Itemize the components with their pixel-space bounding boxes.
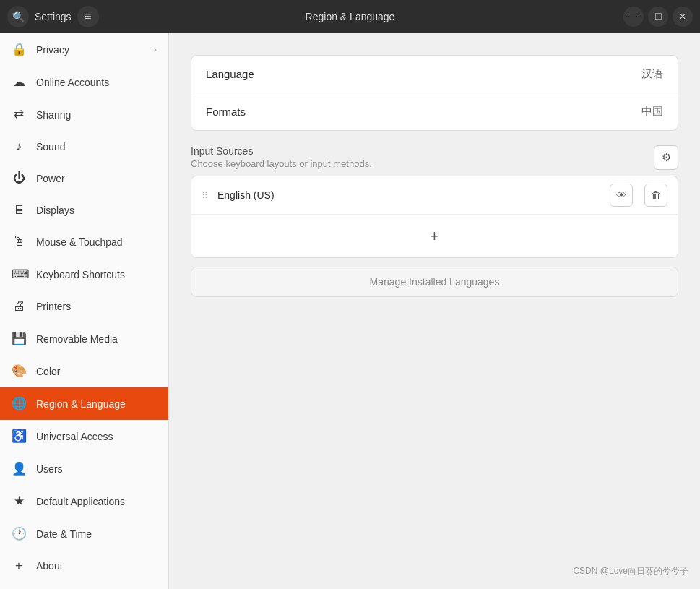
input-sources-title: Input Sources <box>191 145 372 157</box>
sidebar-item-removable-media[interactable]: 💾Removable Media <box>0 322 168 355</box>
formats-row[interactable]: Formats 中国 <box>191 93 678 130</box>
sidebar-item-users[interactable]: 👤Users <box>0 452 168 485</box>
add-input-source-row: + <box>191 215 678 257</box>
minimize-button[interactable]: — <box>623 7 644 27</box>
removable-media-icon: 💾 <box>12 331 26 346</box>
sidebar-label-printers: Printers <box>36 301 71 312</box>
sidebar-label-date-time: Date & Time <box>36 528 92 540</box>
drag-handle-icon[interactable]: ⠿ <box>202 190 209 201</box>
sidebar-label-mouse-touchpad: Mouse & Touchpad <box>36 236 123 248</box>
sidebar-item-date-time[interactable]: 🕐Date & Time <box>0 517 168 550</box>
keyboard-shortcuts-icon: ⌨ <box>12 267 26 282</box>
sidebar-item-sharing[interactable]: ⇄Sharing <box>0 98 168 131</box>
menu-icon: ≡ <box>85 10 91 23</box>
search-icon: 🔍 <box>12 11 25 22</box>
add-input-source-button[interactable]: + <box>424 225 446 247</box>
watermark: CSDN @Love向日葵的兮兮子 <box>573 565 688 577</box>
gear-icon: ⚙ <box>662 151 671 164</box>
sidebar-label-removable-media: Removable Media <box>36 333 118 345</box>
sidebar-label-sharing: Sharing <box>36 109 71 121</box>
input-sources-list: ⠿ English (US) 👁 🗑 + <box>191 176 678 258</box>
sidebar-label-online-accounts: Online Accounts <box>36 77 109 88</box>
sidebar-label-users: Users <box>36 463 63 475</box>
input-sources-header: Input Sources Choose keyboard layouts or… <box>191 145 678 170</box>
sidebar-item-privacy[interactable]: 🔒Privacy› <box>0 33 168 66</box>
region-language-icon: 🌐 <box>12 396 26 411</box>
sound-icon: ♪ <box>12 139 26 154</box>
sidebar-item-displays[interactable]: 🖥Displays <box>0 194 168 226</box>
input-source-label: English (US) <box>217 189 598 201</box>
main-layout: 🔒Privacy›☁Online Accounts⇄Sharing♪Sound⏻… <box>0 33 700 589</box>
titlebar-left: 🔍 Settings ≡ <box>7 6 99 27</box>
input-sources-settings-button[interactable]: ⚙ <box>654 145 678 170</box>
power-icon: ⏻ <box>12 171 26 186</box>
sidebar-item-printers[interactable]: 🖨Printers <box>0 291 168 322</box>
delete-input-button[interactable]: 🗑 <box>644 184 667 207</box>
sidebar-label-about: About <box>36 560 63 572</box>
privacy-icon: 🔒 <box>12 42 26 57</box>
chevron-right-icon: › <box>154 45 157 55</box>
sidebar-label-privacy: Privacy <box>36 44 69 56</box>
eye-icon: 👁 <box>616 189 626 201</box>
sidebar-label-displays: Displays <box>36 205 74 216</box>
input-sources-info: Input Sources Choose keyboard layouts or… <box>191 145 372 169</box>
trash-icon: 🗑 <box>651 189 661 201</box>
sidebar-item-about[interactable]: +About <box>0 550 168 582</box>
titlebar: 🔍 Settings ≡ Region & Language — ☐ ✕ <box>0 0 700 33</box>
sidebar-item-default-applications[interactable]: ★Default Applications <box>0 485 168 517</box>
sidebar-label-power: Power <box>36 173 65 184</box>
printers-icon: 🖨 <box>12 299 26 314</box>
sidebar-label-default-applications: Default Applications <box>36 496 125 507</box>
language-label: Language <box>206 68 254 80</box>
sidebar-item-region-language[interactable]: 🌐Region & Language <box>0 387 168 420</box>
sidebar-item-power[interactable]: ⏻Power <box>0 163 168 194</box>
input-sources-subtitle: Choose keyboard layouts or input methods… <box>191 158 372 169</box>
menu-button[interactable]: ≡ <box>77 6 99 27</box>
sidebar-label-color: Color <box>36 366 60 377</box>
maximize-button[interactable]: ☐ <box>648 7 668 27</box>
sidebar: 🔒Privacy›☁Online Accounts⇄Sharing♪Sound⏻… <box>0 33 169 589</box>
date-time-icon: 🕐 <box>12 526 26 541</box>
sharing-icon: ⇄ <box>12 107 26 122</box>
default-applications-icon: ★ <box>12 494 26 509</box>
window-controls: — ☐ ✕ <box>623 7 693 27</box>
language-value: 汉语 <box>641 67 663 81</box>
sidebar-item-universal-access[interactable]: ♿Universal Access <box>0 420 168 452</box>
sidebar-item-online-accounts[interactable]: ☁Online Accounts <box>0 66 168 98</box>
sidebar-label-keyboard-shortcuts: Keyboard Shortcuts <box>36 269 125 280</box>
color-icon: 🎨 <box>12 364 26 379</box>
input-source-item-english-us: ⠿ English (US) 👁 🗑 <box>191 176 678 215</box>
language-formats-card: Language 汉语 Formats 中国 <box>191 55 678 131</box>
manage-languages-button[interactable]: Manage Installed Languages <box>191 267 678 297</box>
sidebar-item-sound[interactable]: ♪Sound <box>0 131 168 163</box>
content-area: Language 汉语 Formats 中国 Input Sources Cho… <box>169 33 700 589</box>
sidebar-item-color[interactable]: 🎨Color <box>0 355 168 387</box>
formats-label: Formats <box>206 106 246 118</box>
universal-access-icon: ♿ <box>12 429 26 444</box>
sidebar-label-universal-access: Universal Access <box>36 431 113 442</box>
formats-value: 中国 <box>641 105 663 119</box>
sidebar-label-region-language: Region & Language <box>36 398 126 410</box>
sidebar-item-keyboard-shortcuts[interactable]: ⌨Keyboard Shortcuts <box>0 258 168 291</box>
online-accounts-icon: ☁ <box>12 74 26 90</box>
page-title: Region & Language <box>306 11 395 22</box>
language-row[interactable]: Language 汉语 <box>191 56 678 93</box>
sidebar-label-sound: Sound <box>36 141 65 152</box>
sidebar-item-mouse-touchpad[interactable]: 🖱Mouse & Touchpad <box>0 226 168 258</box>
about-icon: + <box>12 559 26 573</box>
displays-icon: 🖥 <box>12 203 26 218</box>
preview-input-button[interactable]: 👁 <box>610 184 633 207</box>
mouse-touchpad-icon: 🖱 <box>12 235 26 249</box>
plus-icon: + <box>430 227 439 246</box>
users-icon: 👤 <box>12 461 26 476</box>
search-button[interactable]: 🔍 <box>7 6 29 27</box>
app-name: Settings <box>35 11 72 22</box>
close-button[interactable]: ✕ <box>673 7 693 27</box>
